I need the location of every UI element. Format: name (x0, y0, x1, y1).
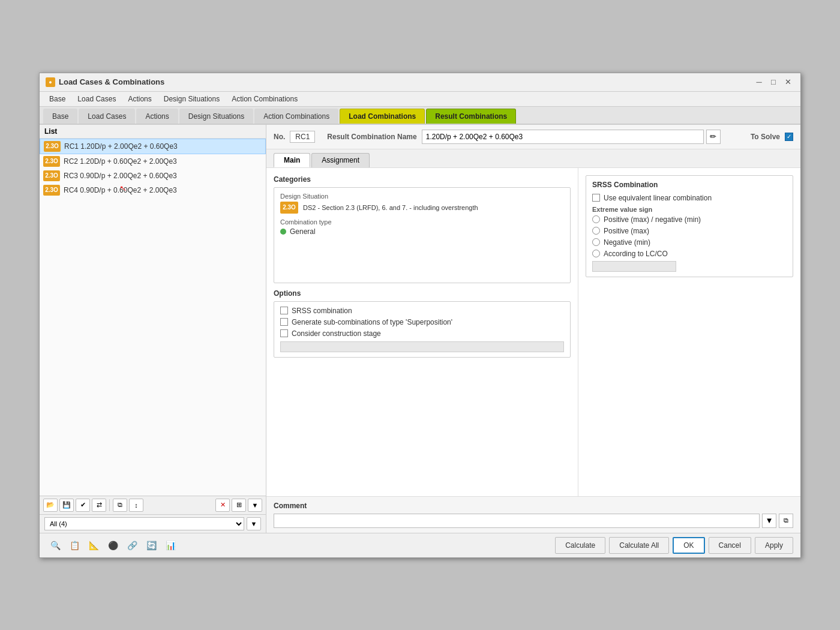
name-label: Result Combination Name (327, 133, 416, 141)
srss-section: SRSS Combination Use equivalent linear c… (586, 175, 793, 277)
comment-input[interactable] (274, 514, 760, 528)
tab-load-combinations[interactable]: Load Combinations (340, 109, 425, 124)
edit-name-button[interactable]: ✏ (706, 130, 721, 144)
inner-tab-main[interactable]: Main (274, 153, 310, 167)
calculate-button[interactable]: Calculate (555, 537, 605, 554)
according-disabled-bar (592, 261, 676, 272)
comment-copy-button[interactable]: ⧉ (779, 514, 793, 528)
menu-actions[interactable]: Actions (122, 92, 157, 106)
menu-base[interactable]: Base (43, 92, 71, 106)
list-header: List (40, 125, 266, 139)
filter-dropdown-button[interactable]: ▼ (247, 517, 261, 530)
list-item[interactable]: 2.3O RC1 1.20D/p + 2.00Qe2 + 0.60Qe3 (40, 139, 266, 154)
calculate-all-button[interactable]: Calculate All (609, 537, 669, 554)
expand-button[interactable]: ⊞ (232, 499, 246, 512)
save-button[interactable]: 💾 (59, 499, 74, 512)
check-button[interactable]: ✔ (76, 499, 90, 512)
titlebar: ● Load Cases & Combinations ─ □ ✕ (40, 73, 800, 92)
construction-label: Consider construction stage (292, 329, 381, 338)
copy-button[interactable]: ⧉ (113, 499, 127, 512)
tab-action-combinations[interactable]: Action Combinations (254, 109, 338, 124)
bottom-icon-link[interactable]: 🔗 (124, 538, 140, 553)
badge-rc2: 2.3O (43, 156, 60, 167)
apply-button[interactable]: Apply (755, 537, 793, 554)
radio-btn-0[interactable] (592, 215, 600, 223)
categories-section: Categories Design Situation 2.3O DS2 - S… (274, 175, 571, 283)
comment-dropdown-button[interactable]: ▼ (762, 514, 776, 528)
left-footer: All (4) ▼ (40, 514, 266, 533)
list-item[interactable]: 2.3O RC3 0.90D/p + 2.00Qe2 + 0.60Qe3 (40, 169, 266, 183)
categories-options-area: Categories Design Situation 2.3O DS2 - S… (266, 168, 578, 496)
titlebar-controls: ─ □ ✕ (752, 77, 794, 88)
extreme-value-sign-label: Extreme value sign (592, 206, 787, 213)
filter-select[interactable]: All (4) (44, 517, 244, 530)
badge-rc3: 2.3O (43, 170, 60, 181)
sort-button[interactable]: ↕ (129, 499, 143, 512)
bottom-icons: 🔍 📋 📐 ⚫ 🔗 🔄 📊 (47, 538, 179, 553)
main-content-area: List 2.3O RC1 1.20D/p + 2.00Qe2 + 0.60Qe… (40, 125, 800, 533)
menu-action-combinations[interactable]: Action Combinations (226, 92, 304, 106)
srss-title: SRSS Combination (592, 181, 787, 189)
list-area: 2.3O RC1 1.20D/p + 2.00Qe2 + 0.60Qe3 2.3… (40, 139, 266, 496)
more-button[interactable]: ▼ (248, 499, 262, 512)
tab-result-combinations[interactable]: Result Combinations (426, 109, 516, 124)
maximize-button[interactable]: □ (767, 77, 780, 88)
right-panel: No. RC1 Result Combination Name ✏ To Sol… (266, 125, 800, 533)
bottom-icon-search[interactable]: 🔍 (47, 538, 64, 553)
rc-no-value: RC1 (290, 131, 315, 143)
app-icon: ● (46, 77, 55, 87)
radio-btn-3[interactable] (592, 250, 600, 257)
use-equivalent-checkbox[interactable] (592, 194, 600, 202)
radio-btn-1[interactable] (592, 227, 600, 235)
srss-checkbox[interactable] (280, 307, 288, 314)
bottom-icon-chart[interactable]: 📊 (162, 538, 179, 553)
comment-section: Comment ▼ ⧉ (266, 496, 800, 533)
ds-description: DS2 - Section 2.3 (LRFD), 6. and 7. - in… (303, 204, 478, 211)
bottom-icon-dot[interactable]: ⚫ (104, 538, 121, 553)
add-from-file-button[interactable]: 📂 (43, 499, 58, 512)
to-solve-checkbox[interactable]: ✓ (785, 133, 793, 141)
construction-row: Consider construction stage (280, 329, 564, 338)
bottom-icon-data[interactable]: 📋 (66, 538, 83, 553)
bottom-icon-measure[interactable]: 📐 (85, 538, 102, 553)
srss-area: SRSS Combination Use equivalent linear c… (578, 168, 800, 496)
list-item[interactable]: 2.3O RC2 1.20D/p + 0.60Qe2 + 2.00Qe3 (40, 154, 266, 169)
delete-button[interactable]: ✕ (215, 499, 230, 512)
bottom-bar: 🔍 📋 📐 ⚫ 🔗 🔄 📊 Calculate Calculate All OK… (40, 533, 800, 557)
radio-btn-2[interactable] (592, 238, 600, 246)
menu-bar: Base Load Cases Actions Design Situation… (40, 92, 800, 107)
cancel-button[interactable]: Cancel (709, 537, 751, 554)
to-solve-section: To Solve ✓ (751, 133, 793, 141)
radio-row-3: According to LC/CO (592, 250, 787, 258)
minimize-button[interactable]: ─ (752, 77, 766, 88)
ok-button[interactable]: OK (673, 537, 704, 554)
subsections-label: Generate sub-combinations of type 'Super… (292, 318, 452, 326)
radio-label-3: According to LC/CO (604, 250, 668, 258)
categories-box: Design Situation 2.3O DS2 - Section 2.3 … (274, 187, 571, 283)
inner-tab-assignment[interactable]: Assignment (311, 153, 370, 167)
tab-actions[interactable]: Actions (136, 109, 178, 124)
bottom-actions: Calculate Calculate All OK Cancel Apply (555, 537, 793, 554)
tab-load-cases[interactable]: Load Cases (79, 109, 135, 124)
use-equivalent-label: Use equivalent linear combination (604, 194, 712, 202)
combo-type-row: General (280, 227, 564, 236)
construction-checkbox[interactable] (280, 329, 288, 337)
design-situation-group: Design Situation 2.3O DS2 - Section 2.3 … (280, 193, 564, 214)
bottom-icon-sync[interactable]: 🔄 (143, 538, 160, 553)
to-solve-label: To Solve (751, 133, 780, 141)
use-equivalent-row: Use equivalent linear combination (592, 194, 787, 202)
sync-button[interactable]: ⇄ (92, 499, 106, 512)
tab-design-situations[interactable]: Design Situations (179, 109, 253, 124)
no-label: No. (274, 133, 285, 141)
tab-base[interactable]: Base (43, 109, 77, 124)
subsections-checkbox[interactable] (280, 318, 288, 326)
badge-rc1: 2.3O (44, 141, 61, 152)
rc-header: No. RC1 Result Combination Name ✏ To Sol… (266, 125, 800, 149)
close-button[interactable]: ✕ (781, 77, 794, 88)
window-title: Load Cases & Combinations (59, 77, 164, 86)
menu-load-cases[interactable]: Load Cases (71, 92, 122, 106)
name-input[interactable] (422, 130, 704, 144)
name-group: Result Combination Name ✏ (327, 130, 721, 144)
menu-design-situations[interactable]: Design Situations (158, 92, 226, 106)
disabled-bar (280, 341, 564, 352)
